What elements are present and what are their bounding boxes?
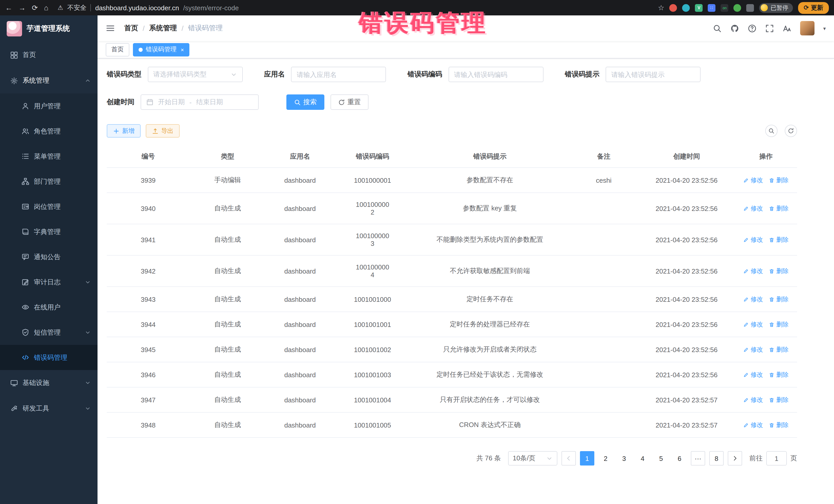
edit-link[interactable]: 修改: [743, 176, 763, 184]
extension-red-icon[interactable]: [670, 4, 677, 12]
sidebar-item-online-users[interactable]: 在线用户: [0, 294, 97, 320]
sidebar-item-error-code-management[interactable]: 错误码管理: [0, 345, 97, 370]
delete-link[interactable]: 删除: [769, 421, 789, 429]
sidebar-item-dept-management[interactable]: 部门管理: [0, 169, 97, 194]
logo[interactable]: 芋道管理系统: [0, 15, 97, 42]
sidebar-item-audit-log[interactable]: 审计日志: [0, 269, 97, 294]
page-ellipsis[interactable]: ···: [691, 451, 705, 465]
close-icon[interactable]: ×: [181, 46, 184, 52]
page-button-6[interactable]: 6: [672, 451, 687, 465]
sidebar-item-dev-tools[interactable]: 研发工具: [0, 396, 97, 421]
page-button-3[interactable]: 3: [617, 451, 631, 465]
update-button[interactable]: ⟳ 更新: [798, 2, 829, 14]
cell-time: 2021-04-20 23:52:56: [638, 168, 735, 193]
cell-code: 1001001004: [335, 387, 411, 412]
next-page-button[interactable]: [728, 451, 742, 465]
delete-link[interactable]: 删除: [769, 395, 789, 404]
error-code-input[interactable]: [448, 67, 543, 82]
tab-home[interactable]: 首页: [106, 43, 129, 56]
fullscreen-icon[interactable]: [765, 24, 774, 32]
sidebar-item-dict-management[interactable]: 字典管理: [0, 219, 97, 244]
edit-link[interactable]: 修改: [743, 345, 763, 354]
home-icon-browser[interactable]: ⌂: [44, 4, 48, 12]
sidebar-item-infrastructure[interactable]: 基础设施: [0, 370, 97, 396]
profile-chip[interactable]: 已暂停: [759, 3, 793, 13]
book-icon: [22, 228, 29, 236]
sidebar-item-system-management[interactable]: 系统管理: [0, 68, 97, 93]
error-hint-input[interactable]: [606, 67, 701, 82]
edit-link[interactable]: 修改: [743, 320, 763, 329]
sidebar-item-label: 系统管理: [23, 76, 49, 85]
help-icon[interactable]: [748, 24, 756, 32]
add-button[interactable]: 新增: [107, 124, 140, 137]
column-header: 错误码提示: [411, 146, 569, 168]
filter-create-time: 创建时间 开始日期 - 结束日期: [107, 94, 259, 110]
github-icon[interactable]: [730, 24, 739, 32]
plus-icon: [113, 128, 119, 134]
sidebar-item-role-management[interactable]: 角色管理: [0, 118, 97, 144]
edit-link[interactable]: 修改: [743, 421, 763, 429]
user-avatar[interactable]: [800, 21, 814, 36]
sidebar-item-user-management[interactable]: 用户管理: [0, 93, 97, 118]
infra-icon: [10, 379, 18, 387]
sidebar-item-notice-management[interactable]: 通知公告: [0, 244, 97, 269]
address-bar[interactable]: ⚠ 不安全 dashboard.yudao.iocoder.cn/system/…: [58, 3, 239, 12]
search-button[interactable]: 搜索: [286, 94, 324, 110]
breadcrumb-item[interactable]: 首页: [124, 24, 138, 33]
date-range-picker[interactable]: 开始日期 - 结束日期: [140, 94, 259, 110]
reset-button[interactable]: 重置: [331, 94, 369, 110]
forward-icon[interactable]: →: [19, 4, 26, 12]
toggle-search-button[interactable]: [765, 125, 777, 137]
error-type-select[interactable]: 请选择错误码类型: [148, 67, 242, 82]
delete-link[interactable]: 删除: [769, 370, 789, 379]
cell-app: dashboard: [266, 412, 335, 438]
page-size-select[interactable]: 10条/页: [508, 451, 557, 465]
sidebar-item-post-management[interactable]: 岗位管理: [0, 194, 97, 219]
edit-link[interactable]: 修改: [743, 395, 763, 404]
page-button-5[interactable]: 5: [654, 451, 668, 465]
vue-devtools-icon[interactable]: V: [695, 4, 703, 12]
sidebar-item-menu-management[interactable]: 菜单管理: [0, 144, 97, 169]
delete-link[interactable]: 删除: [769, 345, 789, 354]
export-button[interactable]: 导出: [146, 124, 180, 137]
sidebar-item-sms-management[interactable]: 短信管理: [0, 320, 97, 345]
extension-on-icon[interactable]: on: [721, 4, 728, 12]
edit-link[interactable]: 修改: [743, 235, 763, 244]
tools-icon: [10, 405, 18, 412]
page-button-4[interactable]: 4: [635, 451, 650, 465]
search-icon[interactable]: [713, 24, 722, 32]
delete-link[interactable]: 删除: [769, 204, 789, 213]
delete-link[interactable]: 删除: [769, 320, 789, 329]
prev-page-button[interactable]: [562, 451, 576, 465]
back-icon[interactable]: ←: [5, 4, 12, 12]
edit-link[interactable]: 修改: [743, 295, 763, 304]
bookmark-star-icon[interactable]: ☆: [658, 4, 664, 12]
extension-grid-icon[interactable]: ∷: [708, 4, 716, 12]
page-button-8[interactable]: 8: [709, 451, 724, 465]
delete-link[interactable]: 删除: [769, 267, 789, 275]
cell-id: 3947: [107, 387, 190, 412]
app-name-input[interactable]: [291, 67, 386, 82]
page-button-1[interactable]: 1: [580, 451, 594, 465]
delete-link[interactable]: 删除: [769, 295, 789, 304]
extensions-puzzle-icon[interactable]: [746, 4, 754, 12]
reload-icon[interactable]: ⟳: [32, 4, 38, 12]
sidebar-item-home[interactable]: 首页: [0, 42, 97, 68]
edit-link[interactable]: 修改: [743, 370, 763, 379]
eye-icon: [22, 303, 29, 311]
chat-icon: [22, 253, 29, 261]
delete-link[interactable]: 删除: [769, 235, 789, 244]
extension-green-icon[interactable]: [734, 4, 741, 12]
font-size-icon[interactable]: [783, 24, 791, 32]
hamburger-icon[interactable]: [106, 24, 115, 33]
delete-link[interactable]: 删除: [769, 176, 789, 184]
caret-down-icon[interactable]: ▾: [823, 25, 826, 31]
goto-page-input[interactable]: [766, 451, 787, 465]
breadcrumb-item[interactable]: 系统管理: [149, 24, 177, 33]
edit-link[interactable]: 修改: [743, 204, 763, 213]
edit-link[interactable]: 修改: [743, 267, 763, 275]
page-button-2[interactable]: 2: [598, 451, 613, 465]
refresh-table-button[interactable]: [785, 125, 797, 137]
extension-teal-icon[interactable]: [682, 4, 690, 12]
tab-error-code[interactable]: 错误码管理×: [133, 43, 190, 56]
